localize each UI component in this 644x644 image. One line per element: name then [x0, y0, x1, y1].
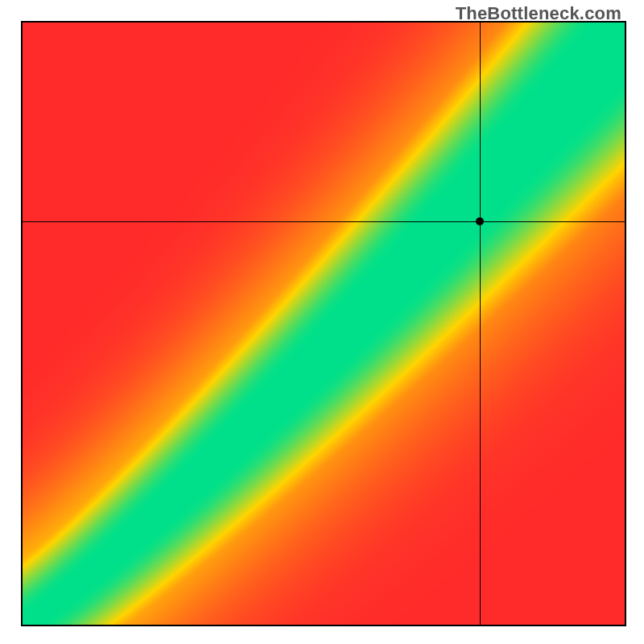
chart-frame: TheBottleneck.com [0, 0, 644, 644]
plot-area [21, 21, 626, 626]
heatmap-canvas [23, 23, 625, 625]
crosshair-horizontal [23, 221, 625, 222]
marker-dot [476, 217, 484, 225]
crosshair-vertical [480, 23, 481, 625]
